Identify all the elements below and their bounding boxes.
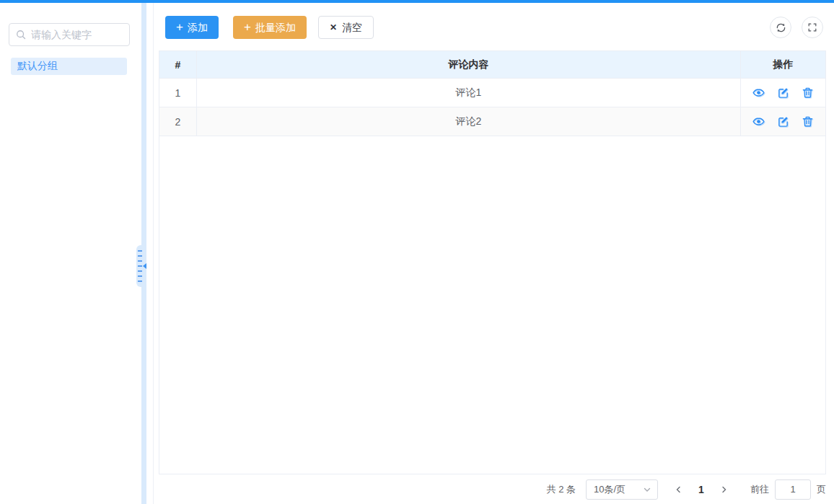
grip-dots-icon	[138, 250, 142, 283]
plus-icon: +	[244, 21, 251, 33]
chevron-down-icon	[643, 485, 651, 494]
total-count-label: 共 2 条	[547, 483, 576, 496]
collapse-left-arrow-icon	[143, 263, 146, 269]
table-row: 1 评论1	[159, 79, 825, 107]
goto-page-input[interactable]	[775, 479, 811, 500]
search-icon	[16, 30, 26, 40]
page-size-value: 10条/页	[594, 483, 643, 496]
refresh-button[interactable]	[770, 17, 791, 38]
add-button-label: 添加	[188, 22, 208, 32]
refresh-icon	[776, 22, 786, 33]
plus-icon: +	[176, 21, 183, 33]
splitter-collapse-handle[interactable]	[136, 245, 146, 287]
chevron-right-icon	[720, 485, 729, 494]
table-header-row: # 评论内容 操作	[159, 51, 825, 79]
clear-button[interactable]: ✕ 清空	[318, 16, 374, 39]
row-actions	[741, 107, 825, 136]
row-index: 2	[159, 107, 197, 136]
current-page-number[interactable]: 1	[691, 484, 711, 495]
close-x-icon: ✕	[330, 23, 337, 32]
batch-add-button-label: 批量添加	[255, 22, 296, 32]
search-input[interactable]	[31, 29, 123, 40]
page-unit-label: 页	[817, 483, 826, 496]
pane-splitter[interactable]	[141, 3, 146, 504]
toolbar: + 添加 + 批量添加 ✕ 清空	[165, 16, 826, 39]
edit-icon[interactable]	[777, 115, 789, 128]
column-header-content: 评论内容	[197, 51, 741, 78]
batch-add-button[interactable]: + 批量添加	[233, 16, 307, 39]
clear-button-label: 清空	[342, 22, 362, 32]
next-page-button[interactable]	[714, 479, 734, 500]
add-button[interactable]: + 添加	[165, 16, 219, 39]
row-content: 评论2	[197, 107, 741, 136]
toolbar-icon-buttons	[770, 17, 823, 38]
edit-icon[interactable]	[777, 87, 789, 99]
column-header-index: #	[159, 51, 197, 78]
row-content: 评论1	[197, 79, 741, 107]
page-size-select[interactable]: 10条/页	[586, 479, 658, 500]
app-layout: 默认分组 + 添加 + 批量添加 ✕ 清空	[0, 3, 834, 504]
prev-page-button[interactable]	[668, 479, 688, 500]
group-search-box[interactable]	[9, 23, 130, 46]
main-panel: + 添加 + 批量添加 ✕ 清空	[153, 3, 834, 504]
goto-page-label: 前往	[750, 483, 769, 496]
row-index: 1	[159, 79, 197, 107]
column-header-actions: 操作	[741, 51, 825, 78]
pagination-bar: 共 2 条 10条/页 1 前往 页	[159, 474, 826, 504]
delete-trash-icon[interactable]	[802, 87, 814, 99]
sidebar: 默认分组	[0, 3, 141, 504]
comments-table: # 评论内容 操作 1 评论1	[159, 50, 826, 474]
table-row: 2 评论2	[159, 107, 825, 136]
fullscreen-button[interactable]	[802, 17, 823, 38]
chevron-left-icon	[674, 485, 682, 494]
row-actions	[741, 79, 825, 107]
fullscreen-icon	[807, 22, 817, 32]
view-eye-icon[interactable]	[752, 87, 765, 99]
group-label: 默认分组	[17, 60, 58, 73]
view-eye-icon[interactable]	[752, 115, 765, 128]
delete-trash-icon[interactable]	[802, 115, 814, 128]
sidebar-item-default-group[interactable]: 默认分组	[11, 58, 127, 75]
